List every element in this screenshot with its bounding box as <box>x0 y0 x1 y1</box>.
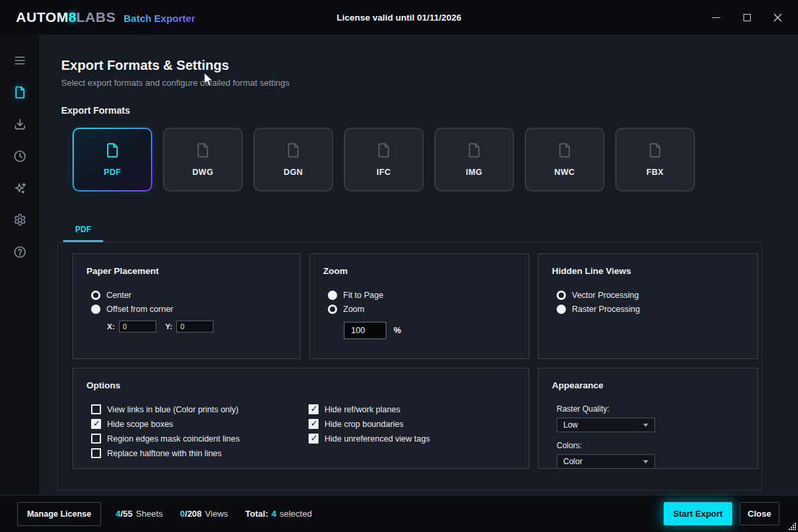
format-cards: PDF DWG DGN IFC IMG NWC <box>72 128 798 192</box>
checkbox-icon <box>91 448 101 458</box>
logo-text: AUTOM <box>16 9 68 25</box>
raster-quality-label: Raster Quality: <box>557 404 744 414</box>
radio-icon <box>91 291 100 300</box>
format-card-ifc[interactable]: IFC <box>344 128 424 192</box>
format-card-dwg[interactable]: DWG <box>163 128 243 192</box>
license-status: License valid until 01/11/2026 <box>336 13 462 23</box>
sheets-stat: 4/55 Sheets <box>116 509 163 519</box>
format-card-label: DWG <box>192 168 213 177</box>
paper-placement-panel: Paper Placement Center Offset from corne… <box>72 253 301 359</box>
radio-center[interactable]: Center <box>91 291 287 300</box>
offset-y-label: Y: <box>166 323 173 331</box>
radio-offset-from-corner[interactable]: Offset from corner <box>91 305 287 314</box>
manage-license-button[interactable]: Manage License <box>17 502 101 526</box>
checkbox-icon <box>309 419 319 429</box>
radio-icon <box>328 305 337 314</box>
offset-y-input[interactable] <box>176 321 213 332</box>
format-card-label: IMG <box>466 168 483 177</box>
sparkles-icon <box>13 181 27 196</box>
colors-select[interactable]: Color <box>557 454 655 469</box>
sidebar-item-ai-tools[interactable] <box>12 180 28 196</box>
radio-fit-to-page[interactable]: Fit to Page <box>328 291 515 300</box>
percent-label: % <box>394 326 401 335</box>
checkbox-hide-scope-boxes[interactable]: Hide scope boxes <box>91 419 304 429</box>
views-stat: 0/208 Views <box>180 509 228 519</box>
close-button[interactable] <box>762 0 793 35</box>
checkbox-hide-crop-boundaries[interactable]: Hide crop boundaries <box>309 419 430 429</box>
maximize-icon <box>743 14 751 21</box>
total-selected-stat: Total: 4 selected <box>245 509 312 519</box>
format-card-pdf[interactable]: PDF <box>72 128 152 192</box>
radio-icon <box>557 305 566 314</box>
checkbox-icon <box>91 419 101 429</box>
maximize-button[interactable] <box>732 0 762 35</box>
document-icon <box>13 85 27 100</box>
format-card-fbx[interactable]: FBX <box>615 128 695 192</box>
sidebar <box>0 35 40 495</box>
format-card-label: NWC <box>554 168 575 177</box>
checkbox-region-edges-mask[interactable]: Region edges mask coincident lines <box>91 434 304 444</box>
offset-x-input[interactable] <box>119 321 156 332</box>
format-card-label: FBX <box>646 168 664 177</box>
resize-grip[interactable] <box>788 522 797 531</box>
format-card-label: PDF <box>104 168 121 177</box>
help-icon <box>13 245 27 259</box>
sidebar-item-export[interactable] <box>12 84 28 100</box>
checkbox-replace-halftone[interactable]: Replace halftone with thin lines <box>91 448 304 458</box>
format-tabstrip: PDF <box>57 219 798 242</box>
radio-raster-processing[interactable]: Raster Processing <box>557 305 744 314</box>
panel-title: Hidden Line Views <box>552 266 744 277</box>
sidebar-item-downloads[interactable] <box>12 116 28 132</box>
sidebar-item-settings[interactable] <box>12 212 28 228</box>
footer-bar: Manage License 4/55 Sheets 0/208 Views T… <box>0 495 798 532</box>
tab-pdf[interactable]: PDF <box>63 219 103 242</box>
radio-icon <box>557 291 566 300</box>
clock-icon <box>13 149 27 164</box>
raster-quality-select[interactable]: Low <box>557 418 655 432</box>
file-icon <box>375 142 392 159</box>
format-card-nwc[interactable]: NWC <box>525 128 604 192</box>
file-icon <box>556 142 573 159</box>
zoom-panel: Zoom Fit to Page Zoom % <box>309 253 529 359</box>
format-card-dgn[interactable]: DGN <box>253 128 333 192</box>
panel-title: Zoom <box>323 266 515 277</box>
gear-icon <box>13 213 27 227</box>
file-icon <box>194 142 211 159</box>
chevron-down-icon <box>643 424 648 427</box>
hidden-line-views-panel: Hidden Line Views Vector Processing Rast… <box>538 253 758 359</box>
sidebar-item-history[interactable] <box>12 148 28 164</box>
checkbox-hide-unreferenced-view-tags[interactable]: Hide unreferenced view tags <box>309 434 430 444</box>
menu-icon <box>13 54 27 67</box>
panel-title: Appearance <box>552 380 744 391</box>
close-dialog-button[interactable]: Close <box>739 502 779 525</box>
window-controls <box>701 0 793 35</box>
logo-text-2: LABS <box>76 9 116 25</box>
file-icon <box>646 142 664 159</box>
checkbox-hide-ref-work-planes[interactable]: Hide ref/work planes <box>309 404 430 414</box>
radio-vector-processing[interactable]: Vector Processing <box>557 291 744 300</box>
format-card-img[interactable]: IMG <box>434 128 514 192</box>
options-panel: Options View links in blue (Color prints… <box>72 368 529 469</box>
start-export-button[interactable]: Start Export <box>664 502 732 525</box>
appearance-panel: Appearance Raster Quality: Low Colors: C… <box>538 368 758 469</box>
app-logo: AUTOM8LABS Batch Exporter <box>16 9 196 25</box>
file-icon <box>466 142 483 159</box>
panel-title: Options <box>86 380 515 391</box>
checkbox-icon <box>309 404 319 414</box>
zoom-percent-input[interactable] <box>344 322 386 339</box>
checkbox-icon <box>91 434 101 444</box>
checkbox-icon <box>91 404 101 414</box>
minimize-button[interactable] <box>701 0 732 35</box>
minimize-icon <box>712 17 720 18</box>
page-title: Export Formats & Settings <box>61 57 798 73</box>
selection-stats: 4/55 Sheets 0/208 Views Total: 4 selecte… <box>116 509 312 519</box>
radio-icon <box>328 291 337 300</box>
app-window: AUTOM8LABS Batch Exporter License valid … <box>0 0 798 532</box>
format-card-label: IFC <box>376 168 390 177</box>
panel-title: Paper Placement <box>86 266 287 277</box>
checkbox-view-links-in-blue[interactable]: View links in blue (Color prints only) <box>91 404 304 414</box>
sidebar-menu-toggle[interactable] <box>12 53 28 68</box>
titlebar: AUTOM8LABS Batch Exporter License valid … <box>0 0 798 35</box>
sidebar-item-help[interactable] <box>12 244 28 260</box>
radio-zoom[interactable]: Zoom <box>328 305 515 314</box>
